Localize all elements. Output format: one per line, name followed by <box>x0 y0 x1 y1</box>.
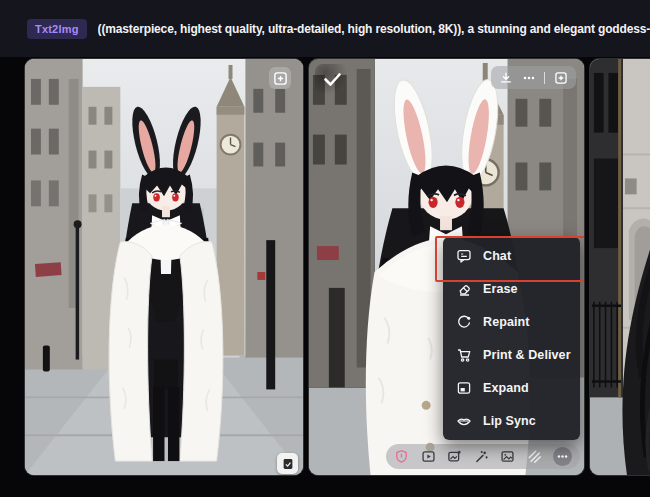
check-icon <box>323 72 342 87</box>
menu-label: Expand <box>483 381 529 395</box>
app-window: Txt2Img ((masterpiece, highest quality, … <box>0 0 650 497</box>
menu-label: Print & Deliver <box>483 348 571 362</box>
generated-image-1[interactable] <box>24 58 304 476</box>
video-button[interactable] <box>421 449 436 464</box>
add-to-album-button[interactable] <box>554 71 568 85</box>
more-button[interactable] <box>522 71 536 85</box>
image-3-art <box>590 59 650 475</box>
post-button[interactable] <box>277 453 298 474</box>
image-actions-pill <box>491 66 576 89</box>
image-edit-button[interactable] <box>447 449 462 464</box>
add-to-album-icon <box>273 71 288 86</box>
menu-label: Erase <box>483 282 518 296</box>
menu-item-expand[interactable]: Expand <box>443 372 580 404</box>
menu-item-repaint[interactable]: Repaint <box>443 306 580 338</box>
menu-item-lip-sync[interactable]: Lip Sync <box>443 405 580 437</box>
context-menu: Chat Erase Repaint <box>443 237 580 440</box>
menu-item-erase[interactable]: Erase <box>443 273 580 305</box>
shield-icon <box>394 449 409 464</box>
menu-label: Lip Sync <box>483 414 536 428</box>
download-icon <box>499 71 513 85</box>
lips-icon <box>456 413 472 429</box>
eraser-icon <box>456 281 472 297</box>
generated-image-3[interactable] <box>589 58 650 476</box>
menu-item-chat[interactable]: Chat <box>443 240 580 272</box>
prompt-bar: Txt2Img ((masterpiece, highest quality, … <box>0 0 650 57</box>
chat-bubble-icon <box>456 248 472 264</box>
menu-item-print-deliver[interactable]: Print & Deliver <box>443 339 580 371</box>
post-icon <box>281 457 295 471</box>
pill-divider <box>544 72 545 84</box>
repaint-icon <box>456 314 472 330</box>
magic-tools-button[interactable] <box>474 449 489 464</box>
generated-image-2[interactable]: Chat Erase Repaint <box>308 58 585 476</box>
add-to-album-button[interactable] <box>269 67 291 89</box>
menu-label: Repaint <box>483 315 530 329</box>
image-1-art <box>25 59 303 475</box>
cart-icon <box>456 347 472 363</box>
toolbar-more-button[interactable] <box>553 447 572 466</box>
magic-wand-icon <box>474 449 489 464</box>
image-toolbar <box>386 444 580 469</box>
image-edit-icon <box>447 449 462 464</box>
hatch-icon <box>527 449 542 464</box>
add-to-album-icon <box>554 71 568 85</box>
photo-button[interactable] <box>500 449 515 464</box>
video-icon <box>421 449 436 464</box>
photo-icon <box>500 449 515 464</box>
selected-check[interactable] <box>315 64 349 94</box>
expand-icon <box>456 380 472 396</box>
menu-label: Chat <box>483 249 511 263</box>
mode-badge[interactable]: Txt2Img <box>27 19 87 39</box>
more-icon <box>522 71 536 85</box>
more-icon <box>556 450 569 463</box>
prompt-text: ((masterpiece, highest quality, ultra-de… <box>98 22 650 36</box>
safety-button[interactable] <box>394 449 409 464</box>
hatch-button[interactable] <box>527 449 542 464</box>
download-button[interactable] <box>499 71 513 85</box>
